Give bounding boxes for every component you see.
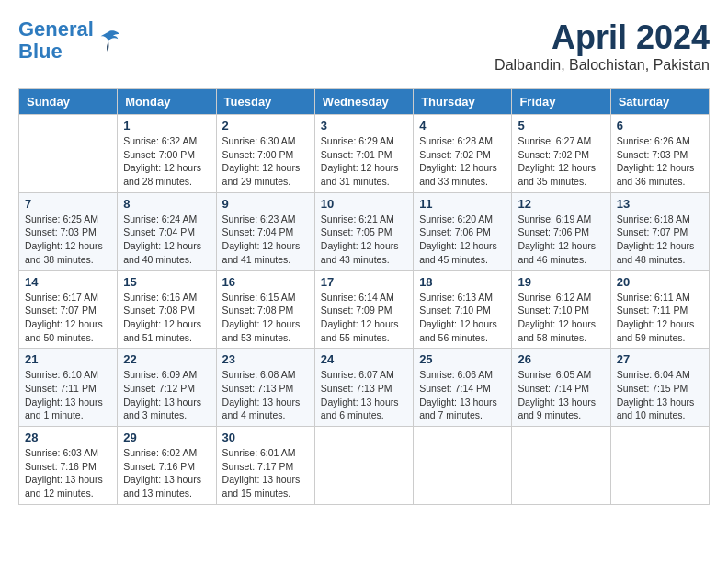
day-cell-22: 22Sunrise: 6:09 AM Sunset: 7:12 PM Dayli… <box>118 349 216 427</box>
day-info: Sunrise: 6:18 AM Sunset: 7:07 PM Dayligh… <box>617 213 703 267</box>
page-header: GeneralBlue April 2024 Dalbandin, Baloch… <box>18 18 710 74</box>
day-info: Sunrise: 6:13 AM Sunset: 7:10 PM Dayligh… <box>419 291 506 345</box>
empty-cell <box>314 427 413 505</box>
logo-bird-icon <box>96 28 121 53</box>
day-number: 14 <box>25 275 111 289</box>
day-number: 26 <box>518 352 604 366</box>
day-cell-21: 21Sunrise: 6:10 AM Sunset: 7:11 PM Dayli… <box>19 349 118 427</box>
logo: GeneralBlue <box>18 18 121 63</box>
day-info: Sunrise: 6:09 AM Sunset: 7:12 PM Dayligh… <box>123 368 210 422</box>
week-row-1: 1Sunrise: 6:32 AM Sunset: 7:00 PM Daylig… <box>19 115 710 193</box>
day-cell-12: 12Sunrise: 6:19 AM Sunset: 7:06 PM Dayli… <box>512 192 610 270</box>
day-info: Sunrise: 6:26 AM Sunset: 7:03 PM Dayligh… <box>617 134 703 189</box>
day-cell-29: 29Sunrise: 6:02 AM Sunset: 7:16 PM Dayli… <box>118 427 216 505</box>
day-info: Sunrise: 6:28 AM Sunset: 7:02 PM Dayligh… <box>419 134 506 189</box>
day-cell-5: 5Sunrise: 6:27 AM Sunset: 7:02 PM Daylig… <box>512 115 610 193</box>
day-cell-9: 9Sunrise: 6:23 AM Sunset: 7:04 PM Daylig… <box>216 192 314 270</box>
day-info: Sunrise: 6:15 AM Sunset: 7:08 PM Dayligh… <box>222 291 309 345</box>
day-info: Sunrise: 6:29 AM Sunset: 7:01 PM Dayligh… <box>321 134 407 189</box>
day-info: Sunrise: 6:32 AM Sunset: 7:00 PM Dayligh… <box>123 134 210 189</box>
day-number: 30 <box>222 431 309 444</box>
day-info: Sunrise: 6:06 AM Sunset: 7:14 PM Dayligh… <box>419 368 506 422</box>
day-number: 28 <box>25 431 111 444</box>
day-info: Sunrise: 6:11 AM Sunset: 7:11 PM Dayligh… <box>617 291 703 345</box>
day-cell-10: 10Sunrise: 6:21 AM Sunset: 7:05 PM Dayli… <box>314 192 413 270</box>
day-info: Sunrise: 6:30 AM Sunset: 7:00 PM Dayligh… <box>222 134 309 189</box>
day-number: 8 <box>123 197 210 211</box>
day-number: 15 <box>123 275 210 289</box>
day-number: 17 <box>321 275 407 289</box>
week-row-5: 28Sunrise: 6:03 AM Sunset: 7:16 PM Dayli… <box>19 427 710 505</box>
day-info: Sunrise: 6:10 AM Sunset: 7:11 PM Dayligh… <box>25 368 111 422</box>
day-info: Sunrise: 6:17 AM Sunset: 7:07 PM Dayligh… <box>25 291 111 345</box>
day-info: Sunrise: 6:01 AM Sunset: 7:17 PM Dayligh… <box>222 446 309 500</box>
day-number: 24 <box>321 352 407 366</box>
day-cell-30: 30Sunrise: 6:01 AM Sunset: 7:17 PM Dayli… <box>216 427 314 505</box>
logo-text: GeneralBlue <box>18 18 94 63</box>
day-info: Sunrise: 6:02 AM Sunset: 7:16 PM Dayligh… <box>123 446 210 500</box>
weekday-header-row: SundayMondayTuesdayWednesdayThursdayFrid… <box>19 89 710 115</box>
day-number: 21 <box>25 352 111 366</box>
day-number: 6 <box>617 119 703 132</box>
day-number: 18 <box>419 275 506 289</box>
weekday-header-sunday: Sunday <box>19 89 118 115</box>
day-number: 27 <box>617 352 703 366</box>
day-number: 25 <box>419 352 506 366</box>
weekday-header-saturday: Saturday <box>610 89 709 115</box>
day-cell-18: 18Sunrise: 6:13 AM Sunset: 7:10 PM Dayli… <box>414 270 512 349</box>
empty-cell <box>19 115 118 193</box>
day-cell-8: 8Sunrise: 6:24 AM Sunset: 7:04 PM Daylig… <box>118 192 216 270</box>
day-number: 5 <box>518 119 604 132</box>
day-cell-11: 11Sunrise: 6:20 AM Sunset: 7:06 PM Dayli… <box>414 192 512 270</box>
day-number: 10 <box>321 197 407 211</box>
day-cell-13: 13Sunrise: 6:18 AM Sunset: 7:07 PM Dayli… <box>610 192 709 270</box>
day-number: 3 <box>321 119 407 132</box>
day-number: 4 <box>419 119 506 132</box>
day-number: 19 <box>518 275 604 289</box>
day-info: Sunrise: 6:21 AM Sunset: 7:05 PM Dayligh… <box>321 213 407 267</box>
day-info: Sunrise: 6:20 AM Sunset: 7:06 PM Dayligh… <box>419 213 506 267</box>
day-info: Sunrise: 6:14 AM Sunset: 7:09 PM Dayligh… <box>321 291 407 345</box>
day-info: Sunrise: 6:04 AM Sunset: 7:15 PM Dayligh… <box>617 368 703 422</box>
day-number: 22 <box>123 352 210 366</box>
day-cell-14: 14Sunrise: 6:17 AM Sunset: 7:07 PM Dayli… <box>19 270 118 349</box>
day-cell-19: 19Sunrise: 6:12 AM Sunset: 7:10 PM Dayli… <box>512 270 610 349</box>
weekday-header-thursday: Thursday <box>414 89 512 115</box>
day-number: 9 <box>222 197 309 211</box>
day-number: 16 <box>222 275 309 289</box>
day-number: 7 <box>25 197 111 211</box>
day-cell-27: 27Sunrise: 6:04 AM Sunset: 7:15 PM Dayli… <box>610 349 709 427</box>
day-cell-17: 17Sunrise: 6:14 AM Sunset: 7:09 PM Dayli… <box>314 270 413 349</box>
day-cell-6: 6Sunrise: 6:26 AM Sunset: 7:03 PM Daylig… <box>610 115 709 193</box>
weekday-header-wednesday: Wednesday <box>314 89 413 115</box>
day-info: Sunrise: 6:25 AM Sunset: 7:03 PM Dayligh… <box>25 213 111 267</box>
day-info: Sunrise: 6:24 AM Sunset: 7:04 PM Dayligh… <box>123 213 210 267</box>
day-cell-4: 4Sunrise: 6:28 AM Sunset: 7:02 PM Daylig… <box>414 115 512 193</box>
day-cell-20: 20Sunrise: 6:11 AM Sunset: 7:11 PM Dayli… <box>610 270 709 349</box>
day-number: 1 <box>123 119 210 132</box>
day-info: Sunrise: 6:19 AM Sunset: 7:06 PM Dayligh… <box>518 213 604 267</box>
day-number: 20 <box>617 275 703 289</box>
day-cell-24: 24Sunrise: 6:07 AM Sunset: 7:13 PM Dayli… <box>314 349 413 427</box>
day-info: Sunrise: 6:08 AM Sunset: 7:13 PM Dayligh… <box>222 368 309 422</box>
title-block: April 2024 Dalbandin, Balochistan, Pakis… <box>495 18 710 74</box>
week-row-3: 14Sunrise: 6:17 AM Sunset: 7:07 PM Dayli… <box>19 270 710 349</box>
day-number: 2 <box>222 119 309 132</box>
day-cell-23: 23Sunrise: 6:08 AM Sunset: 7:13 PM Dayli… <box>216 349 314 427</box>
day-cell-2: 2Sunrise: 6:30 AM Sunset: 7:00 PM Daylig… <box>216 115 314 193</box>
day-cell-16: 16Sunrise: 6:15 AM Sunset: 7:08 PM Dayli… <box>216 270 314 349</box>
day-info: Sunrise: 6:12 AM Sunset: 7:10 PM Dayligh… <box>518 291 604 345</box>
calendar-table: SundayMondayTuesdayWednesdayThursdayFrid… <box>18 88 710 505</box>
day-cell-3: 3Sunrise: 6:29 AM Sunset: 7:01 PM Daylig… <box>314 115 413 193</box>
day-number: 13 <box>617 197 703 211</box>
week-row-2: 7Sunrise: 6:25 AM Sunset: 7:03 PM Daylig… <box>19 192 710 270</box>
day-number: 11 <box>419 197 506 211</box>
day-cell-28: 28Sunrise: 6:03 AM Sunset: 7:16 PM Dayli… <box>19 427 118 505</box>
day-cell-1: 1Sunrise: 6:32 AM Sunset: 7:00 PM Daylig… <box>118 115 216 193</box>
week-row-4: 21Sunrise: 6:10 AM Sunset: 7:11 PM Dayli… <box>19 349 710 427</box>
day-cell-15: 15Sunrise: 6:16 AM Sunset: 7:08 PM Dayli… <box>118 270 216 349</box>
day-info: Sunrise: 6:03 AM Sunset: 7:16 PM Dayligh… <box>25 446 111 500</box>
month-title: April 2024 <box>495 18 710 57</box>
weekday-header-friday: Friday <box>512 89 610 115</box>
day-info: Sunrise: 6:16 AM Sunset: 7:08 PM Dayligh… <box>123 291 210 345</box>
